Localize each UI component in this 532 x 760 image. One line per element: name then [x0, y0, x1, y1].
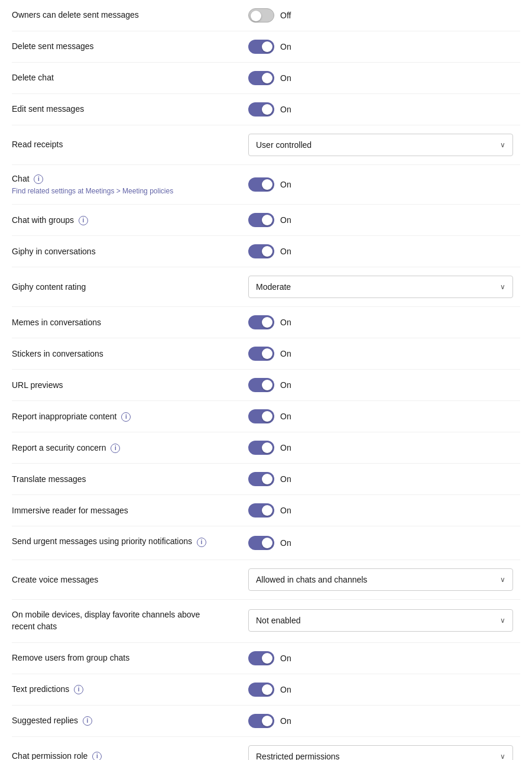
toggle-stickers-conversations[interactable] [248, 347, 274, 361]
toggle-label-stickers-conversations: On [280, 349, 291, 358]
setting-label-owners-delete: Owners can delete sent messages [12, 9, 225, 21]
dropdown-create-voice[interactable]: Allowed in chats and channels∨ [248, 568, 513, 591]
setting-control-text-predictions: On [248, 683, 520, 697]
info-icon-chat-with-groups[interactable]: i [79, 216, 88, 225]
setting-control-suggested-replies: On [248, 714, 520, 728]
setting-label-mobile-favorite-channels: On mobile devices, display favorite chan… [12, 609, 225, 632]
setting-label-giphy-content-rating: Giphy content rating [12, 282, 225, 293]
setting-control-chat-permission-role: Restricted permissions∨ [248, 745, 520, 760]
setting-label-report-security: Report a security concern i [12, 442, 225, 454]
setting-label-read-receipts: Read receipts [12, 139, 225, 151]
toggle-text-predictions[interactable] [248, 683, 274, 697]
setting-control-create-voice: Allowed in chats and channels∨ [248, 568, 520, 591]
setting-control-edit-sent: On [248, 102, 520, 117]
setting-label-chat-permission-role: Chat permission role i [12, 751, 225, 760]
toggle-giphy-conversations[interactable] [248, 244, 274, 258]
dropdown-value-chat-permission-role: Restricted permissions [256, 752, 340, 760]
setting-row-immersive-reader: Immersive reader for messagesOn [12, 495, 520, 526]
dropdown-mobile-favorite-channels[interactable]: Not enabled∨ [248, 609, 513, 632]
dropdown-chat-permission-role[interactable]: Restricted permissions∨ [248, 745, 513, 760]
info-icon-chat[interactable]: i [34, 174, 43, 184]
toggle-label-chat: On [280, 180, 291, 189]
setting-row-chat-with-groups: Chat with groups iOn [12, 205, 520, 236]
setting-control-giphy-content-rating: Moderate∨ [248, 276, 520, 298]
toggle-memes-conversations[interactable] [248, 315, 274, 329]
setting-row-memes-conversations: Memes in conversationsOn [12, 307, 520, 338]
dropdown-read-receipts[interactable]: User controlled∨ [248, 134, 513, 156]
chevron-down-icon: ∨ [500, 616, 505, 625]
setting-control-memes-conversations: On [248, 315, 520, 329]
chevron-down-icon: ∨ [500, 141, 505, 149]
toggle-label-text-predictions: On [280, 685, 291, 694]
toggle-label-urgent-messages: On [280, 538, 291, 548]
setting-control-read-receipts: User controlled∨ [248, 134, 520, 156]
setting-row-read-receipts: Read receiptsUser controlled∨ [12, 125, 520, 165]
toggle-label-report-inappropriate: On [280, 412, 291, 421]
info-icon-report-security[interactable]: i [111, 444, 120, 453]
setting-control-chat-with-groups: On [248, 213, 520, 227]
setting-row-stickers-conversations: Stickers in conversationsOn [12, 338, 520, 370]
setting-row-text-predictions: Text predictions iOn [12, 674, 520, 706]
toggle-remove-users-group[interactable] [248, 651, 274, 665]
chevron-down-icon: ∨ [500, 283, 505, 291]
setting-label-giphy-conversations: Giphy in conversations [12, 246, 225, 258]
setting-row-report-security: Report a security concern iOn [12, 432, 520, 464]
setting-control-report-security: On [248, 441, 520, 455]
toggle-urgent-messages[interactable] [248, 536, 274, 550]
info-icon-suggested-replies[interactable]: i [83, 716, 92, 726]
setting-control-chat: On [248, 177, 520, 192]
setting-control-delete-chat: On [248, 71, 520, 85]
setting-row-giphy-content-rating: Giphy content ratingModerate∨ [12, 267, 520, 307]
toggle-immersive-reader[interactable] [248, 503, 274, 518]
toggle-report-security[interactable] [248, 441, 274, 455]
setting-row-urgent-messages: Send urgent messages using priority noti… [12, 526, 520, 560]
toggle-label-immersive-reader: On [280, 506, 291, 515]
setting-row-translate-messages: Translate messagesOn [12, 464, 520, 495]
dropdown-value-read-receipts: User controlled [256, 140, 312, 150]
setting-label-stickers-conversations: Stickers in conversations [12, 348, 225, 360]
setting-row-create-voice: Create voice messagesAllowed in chats an… [12, 560, 520, 600]
setting-row-delete-chat: Delete chatOn [12, 63, 520, 94]
setting-label-url-previews: URL previews [12, 380, 225, 392]
toggle-label-edit-sent: On [280, 105, 291, 114]
info-icon-text-predictions[interactable]: i [74, 685, 83, 694]
setting-control-report-inappropriate: On [248, 409, 520, 423]
toggle-label-chat-with-groups: On [280, 215, 291, 225]
toggle-report-inappropriate[interactable] [248, 409, 274, 423]
setting-label-immersive-reader: Immersive reader for messages [12, 505, 225, 517]
toggle-url-previews[interactable] [248, 378, 274, 392]
setting-control-giphy-conversations: On [248, 244, 520, 258]
setting-row-url-previews: URL previewsOn [12, 370, 520, 401]
info-icon-urgent-messages[interactable]: i [197, 538, 206, 547]
setting-label-delete-sent: Delete sent messages [12, 41, 225, 53]
dropdown-value-create-voice: Allowed in chats and channels [256, 575, 367, 584]
setting-row-owners-delete: Owners can delete sent messagesOff [12, 0, 520, 31]
toggle-label-giphy-conversations: On [280, 247, 291, 256]
setting-label-remove-users-group: Remove users from group chats [12, 652, 225, 664]
meetings-link[interactable]: Meetings > Meeting policies [86, 187, 173, 195]
toggle-edit-sent[interactable] [248, 102, 274, 117]
toggle-delete-sent[interactable] [248, 40, 274, 54]
chevron-down-icon: ∨ [500, 752, 505, 760]
toggle-delete-chat[interactable] [248, 71, 274, 85]
setting-label-chat: Chat iFind related settings at Meetings … [12, 173, 225, 196]
info-icon-report-inappropriate[interactable]: i [121, 412, 131, 422]
toggle-label-delete-chat: On [280, 73, 291, 83]
toggle-translate-messages[interactable] [248, 472, 274, 486]
setting-label-suggested-replies: Suggested replies i [12, 715, 225, 727]
dropdown-giphy-content-rating[interactable]: Moderate∨ [248, 276, 513, 298]
toggle-chat[interactable] [248, 177, 274, 192]
toggle-chat-with-groups[interactable] [248, 213, 274, 227]
info-icon-chat-permission-role[interactable]: i [92, 752, 102, 760]
toggle-owners-delete[interactable] [248, 8, 274, 22]
setting-control-translate-messages: On [248, 472, 520, 486]
settings-list: Owners can delete sent messagesOffDelete… [0, 0, 532, 760]
setting-row-mobile-favorite-channels: On mobile devices, display favorite chan… [12, 600, 520, 642]
setting-control-remove-users-group: On [248, 651, 520, 665]
setting-label-chat-with-groups: Chat with groups i [12, 215, 225, 227]
setting-row-report-inappropriate: Report inappropriate content iOn [12, 401, 520, 432]
dropdown-value-giphy-content-rating: Moderate [256, 282, 291, 292]
setting-control-mobile-favorite-channels: Not enabled∨ [248, 609, 520, 632]
toggle-suggested-replies[interactable] [248, 714, 274, 728]
setting-row-chat: Chat iFind related settings at Meetings … [12, 165, 520, 205]
